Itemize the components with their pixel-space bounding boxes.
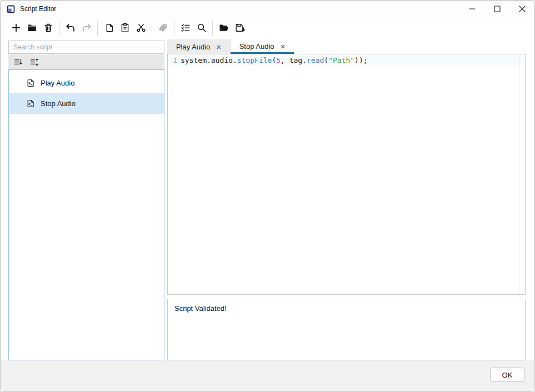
- tab-close-icon[interactable]: ×: [281, 42, 286, 51]
- code-token-number: 5: [276, 56, 281, 65]
- sidebar-item-label: Play Audio: [41, 79, 74, 87]
- code-token-function: read: [307, 56, 324, 65]
- window-title: Script Editor: [20, 5, 56, 13]
- ok-button[interactable]: OK: [490, 368, 524, 382]
- add-icon: [11, 22, 22, 33]
- code-token-string: "Path": [328, 56, 354, 65]
- toolbar: [1, 17, 534, 38]
- sort-reorder-icon: [29, 57, 39, 67]
- undo-button[interactable]: [62, 20, 78, 36]
- line-number: 1: [170, 56, 177, 65]
- tab-close-icon[interactable]: ×: [216, 43, 221, 51]
- tag-icon: [158, 22, 169, 33]
- toolbar-separator: [59, 21, 59, 36]
- paste-icon: [119, 22, 131, 33]
- open-icon: [218, 22, 229, 33]
- delete-button[interactable]: [40, 20, 56, 36]
- scrollbar-gutter: [519, 54, 519, 294]
- toolbar-separator: [97, 21, 98, 36]
- delete-icon: [43, 22, 54, 33]
- add-button[interactable]: [8, 20, 24, 36]
- code-token-plain: system.audio.: [181, 56, 237, 65]
- code-token-function: stopFile: [237, 56, 272, 65]
- sidebar-item-play-audio[interactable]: Play Audio: [9, 73, 164, 93]
- tab-label: Play Audio: [176, 43, 210, 51]
- tag-button[interactable]: [155, 20, 171, 36]
- minimize-icon: [468, 4, 477, 13]
- checklist-icon: [180, 22, 191, 33]
- titlebar: Script Editor: [1, 1, 534, 17]
- script-list: Play AudioStop Audio: [8, 69, 164, 360]
- script-file-icon: [26, 99, 36, 108]
- script-file-icon: [26, 78, 36, 88]
- redo-button[interactable]: [78, 20, 94, 36]
- folder-button[interactable]: [24, 20, 40, 36]
- code-lines: 1system.audio.stopFile(5, tag.read("Path…: [168, 56, 525, 65]
- search-icon: [196, 22, 207, 33]
- tab-bar: Play Audio×Stop Audio×: [167, 39, 294, 54]
- code-token-plain: (: [324, 56, 328, 65]
- window-controls: [459, 1, 534, 17]
- tab-play-audio[interactable]: Play Audio×: [167, 39, 231, 54]
- maximize-button[interactable]: [484, 1, 509, 17]
- code-token-plain: ));: [354, 56, 367, 65]
- sort-bar: [8, 54, 164, 69]
- app-logo-icon: [7, 5, 15, 13]
- code-line[interactable]: 1system.audio.stopFile(5, tag.read("Path…: [168, 56, 525, 65]
- tab-label: Stop Audio: [239, 42, 274, 51]
- code-editor[interactable]: 1system.audio.stopFile(5, tag.read("Path…: [167, 54, 526, 295]
- script-editor-window: Script Editor Play AudioStop Audio Play …: [0, 0, 535, 392]
- sidebar-item-stop-audio[interactable]: Stop Audio: [9, 93, 164, 114]
- sidebar-item-label: Stop Audio: [41, 99, 76, 108]
- cut-button[interactable]: [133, 20, 149, 36]
- sort-descending-button[interactable]: [12, 56, 25, 69]
- undo-icon: [65, 22, 76, 33]
- sort-descending-icon: [13, 57, 23, 67]
- close-icon: [518, 4, 527, 13]
- toolbar-separator: [212, 21, 213, 36]
- folder-icon: [27, 22, 38, 33]
- footer: OK: [1, 360, 534, 391]
- paste-button[interactable]: [117, 20, 133, 36]
- minimize-button[interactable]: [459, 1, 484, 17]
- open-button[interactable]: [216, 20, 232, 36]
- code-token-plain: (: [272, 56, 276, 65]
- checklist-button[interactable]: [177, 20, 193, 36]
- validation-panel: Script Validated!: [167, 299, 526, 360]
- search-input[interactable]: [8, 41, 164, 54]
- code-token-plain: , tag.: [281, 56, 307, 65]
- search-button[interactable]: [193, 20, 209, 36]
- close-button[interactable]: [509, 1, 534, 17]
- redo-icon: [81, 22, 92, 33]
- sort-reorder-button[interactable]: [28, 56, 41, 69]
- save-icon: [234, 22, 246, 33]
- copy-icon: [103, 22, 114, 33]
- maximize-icon: [493, 4, 502, 13]
- toolbar-separator: [152, 21, 152, 36]
- cut-icon: [136, 22, 147, 33]
- save-button[interactable]: [232, 20, 248, 36]
- tab-stop-audio[interactable]: Stop Audio×: [231, 39, 294, 54]
- validation-message: Script Validated!: [174, 304, 227, 313]
- toolbar-separator: [174, 21, 174, 36]
- copy-button[interactable]: [101, 20, 117, 36]
